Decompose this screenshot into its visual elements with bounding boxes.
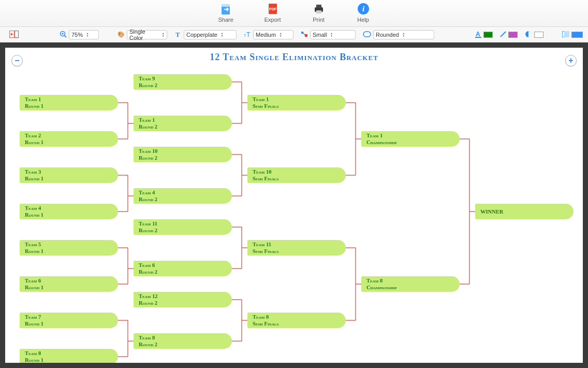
bracket-node[interactable]: Team 10Round 2	[134, 147, 232, 162]
line-size-control[interactable]: Small▲▼	[301, 30, 356, 39]
palette-icon: 🎨	[117, 31, 125, 38]
svg-text:A: A	[476, 31, 480, 38]
export-label: Export	[264, 17, 281, 23]
svg-rect-10	[14, 31, 19, 38]
bg-color-swatch[interactable]	[571, 32, 583, 38]
svg-text:T: T	[175, 31, 180, 38]
bracket-node[interactable]: Team 4Round 2	[134, 188, 232, 204]
svg-rect-27	[564, 31, 569, 37]
bracket-node[interactable]: Team 8Semi Finals	[247, 313, 346, 328]
line-color-swatch[interactable]	[508, 32, 518, 38]
zoom-icon	[60, 31, 67, 39]
zoom-control[interactable]: 75%▲▼	[60, 30, 99, 39]
zoom-in-button[interactable]: +	[565, 55, 577, 66]
bracket-node[interactable]: Team 12Round 2	[134, 292, 232, 307]
bracket-node[interactable]: Team 11Round 2	[134, 219, 232, 235]
bg-color-picker[interactable]	[562, 31, 583, 38]
svg-rect-23	[475, 37, 481, 38]
bracket-node[interactable]: Team 7Round 1	[20, 313, 118, 328]
bracket-winner-node[interactable]: WINNER	[475, 204, 574, 219]
print-button[interactable]: Print	[312, 2, 326, 23]
info-icon: i	[357, 2, 370, 16]
svg-rect-21	[363, 32, 371, 37]
canvas-area: 12 Team Single Elimination Bracket − +	[0, 43, 588, 368]
share-icon	[219, 2, 232, 16]
svg-rect-6	[316, 10, 321, 13]
svg-line-12	[65, 35, 67, 37]
svg-text:PDF: PDF	[269, 7, 277, 11]
bracket-node[interactable]: Team 1Round 1	[20, 95, 118, 110]
line-color-picker[interactable]	[500, 31, 518, 39]
svg-rect-5	[316, 5, 321, 8]
zoom-out-button[interactable]: −	[11, 55, 23, 66]
bracket-node[interactable]: Team 6Round 2	[134, 261, 232, 276]
bracket-node[interactable]: Team 8Championship	[361, 276, 460, 292]
bracket-node[interactable]: Team 10Semi Finals	[247, 167, 346, 183]
color-mode-control[interactable]: 🎨 Single Color▲▼	[117, 30, 167, 39]
text-size-value: Medium	[256, 32, 276, 38]
text-color-icon: A	[475, 31, 481, 39]
line-size-icon	[301, 31, 308, 39]
help-label: Help	[357, 17, 369, 23]
svg-rect-19	[305, 34, 307, 37]
sidebar-toggle-icon[interactable]	[9, 31, 19, 39]
app-toolbar: Share PDF Export Print i Help	[0, 0, 588, 27]
options-bar: 75%▲▼ 🎨 Single Color▲▼ T Copperplate▲▼ T…	[0, 27, 588, 43]
bracket-node[interactable]: Team 3Round 1	[20, 167, 118, 183]
color-mode-value: Single Color	[129, 29, 159, 41]
svg-line-20	[303, 33, 305, 35]
bracket-node[interactable]: Team 1Championship	[361, 131, 460, 147]
bg-color-icon	[562, 31, 569, 38]
share-button[interactable]: Share	[218, 2, 233, 23]
font-value: Copperplate	[186, 32, 217, 38]
line-size-value: Small	[313, 32, 327, 38]
font-icon: T	[174, 31, 182, 39]
shape-icon	[363, 31, 371, 38]
line-color-icon	[500, 31, 506, 39]
svg-rect-1	[222, 4, 230, 7]
bracket-node[interactable]: Team 2Round 1	[20, 131, 118, 147]
help-button[interactable]: i Help	[357, 2, 370, 23]
text-color-swatch[interactable]	[483, 32, 493, 38]
pdf-icon: PDF	[266, 2, 280, 16]
zoom-value: 75%	[71, 32, 83, 38]
bracket-node[interactable]: Team 4Round 1	[20, 204, 118, 219]
share-label: Share	[218, 17, 233, 23]
text-color-picker[interactable]: A	[475, 31, 493, 39]
shape-control[interactable]: Rounded▲▼	[363, 30, 434, 39]
bracket-node[interactable]: Team 8Round 2	[134, 333, 232, 349]
export-button[interactable]: PDF Export	[264, 2, 281, 23]
bracket-node[interactable]: Team 8Round 1	[20, 349, 118, 363]
fill-color-swatch[interactable]	[534, 32, 543, 38]
bracket-node[interactable]: Team 1Semi Finals	[247, 95, 346, 110]
svg-line-24	[501, 32, 506, 37]
svg-text:T: T	[246, 31, 251, 38]
document-page[interactable]: 12 Team Single Elimination Bracket − +	[5, 48, 583, 363]
bracket-node[interactable]: Team 6Round 1	[20, 276, 118, 292]
print-icon	[312, 2, 326, 16]
shape-value: Rounded	[376, 32, 399, 38]
text-size-control[interactable]: TT Medium▲▼	[244, 30, 293, 39]
bracket-node[interactable]: Team 9Round 2	[134, 74, 232, 90]
svg-rect-18	[301, 32, 303, 34]
bracket-node[interactable]: Team 11Semi Finals	[247, 240, 346, 256]
font-control[interactable]: T Copperplate▲▼	[174, 30, 237, 39]
print-label: Print	[313, 17, 325, 23]
fill-color-picker[interactable]	[525, 31, 543, 39]
text-size-icon: TT	[244, 31, 251, 39]
bracket-node[interactable]: Team 1Round 2	[134, 116, 232, 131]
page-title: 12 Team Single Elimination Bracket	[5, 48, 583, 63]
fill-color-icon	[525, 31, 532, 39]
bracket-node[interactable]: Team 5Round 1	[20, 240, 118, 256]
